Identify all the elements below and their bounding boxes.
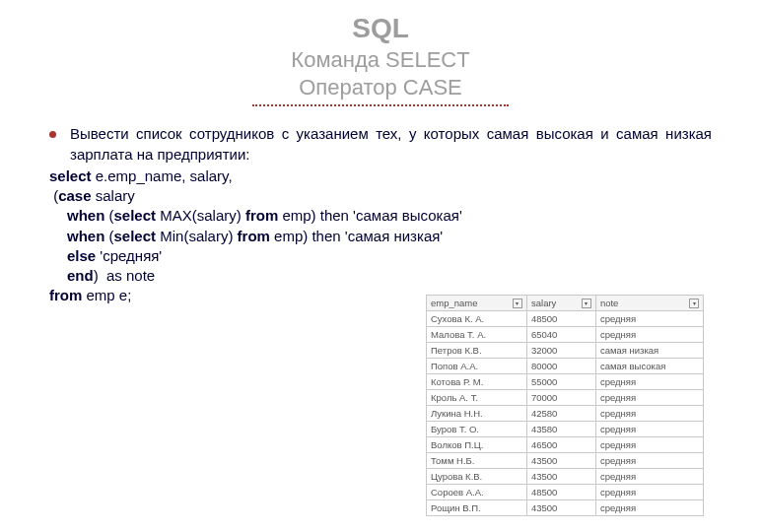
table-row: Лукина Н.Н.42580средняя xyxy=(427,406,704,422)
code-text: ( xyxy=(49,187,58,204)
table-cell: средняя xyxy=(595,374,703,390)
table-cell: 46500 xyxy=(526,437,595,453)
table-cell: Цурова К.В. xyxy=(427,469,527,485)
subtitle-select: Команда SELECT xyxy=(49,47,712,73)
table-cell: средняя xyxy=(595,390,703,406)
col-salary: salary▾ xyxy=(526,296,595,311)
table-cell: 32000 xyxy=(526,343,595,359)
code-text: ( xyxy=(104,228,113,244)
table-cell: средняя xyxy=(595,406,703,422)
table-row: Котова Р. М.55000средняя xyxy=(427,374,704,390)
kw-from: from xyxy=(49,287,82,303)
col-label: note xyxy=(600,298,619,308)
table-cell: 80000 xyxy=(526,359,595,374)
table-row: Рощин В.П.43500средняя xyxy=(427,500,704,516)
kw-select: select xyxy=(49,167,92,184)
table-cell: самая низкая xyxy=(595,343,703,359)
table-row: Сухова К. А.48500средняя xyxy=(427,311,704,327)
table-cell: 48500 xyxy=(526,485,595,500)
table-cell: средняя xyxy=(595,327,703,343)
table-cell: 43580 xyxy=(526,422,595,437)
table-cell: Малова Т. А. xyxy=(427,327,527,343)
code-text: MAX(salary) xyxy=(156,207,245,224)
table-cell: Кроль А. Т. xyxy=(427,390,527,406)
table-cell: Томм Н.Б. xyxy=(427,453,527,469)
table-cell: Петров К.В. xyxy=(427,343,527,359)
table-cell: 48500 xyxy=(526,311,595,327)
kw-end: end xyxy=(67,267,94,284)
table-cell: средняя xyxy=(595,500,703,516)
table-cell: 65040 xyxy=(526,327,595,343)
code-text: ( xyxy=(104,207,113,224)
table-row: Буров Т. О.43580средняя xyxy=(427,422,704,437)
table-cell: 42580 xyxy=(526,406,595,422)
table-cell: Сороев А.А. xyxy=(427,485,527,500)
table-cell: Сухова К. А. xyxy=(427,311,527,327)
table-cell: самая высокая xyxy=(595,359,703,374)
col-label: emp_name xyxy=(431,298,478,308)
table-header-row: emp_name▾ salary▾ note▾ xyxy=(427,296,704,311)
code-text: ) as note xyxy=(94,267,156,284)
table-row: Попов А.А.80000самая высокая xyxy=(427,359,704,374)
kw-when: when xyxy=(67,228,104,244)
kw-case: case xyxy=(58,187,91,204)
code-text: Min(salary) xyxy=(156,228,238,244)
table-cell: Лукина Н.Н. xyxy=(427,406,527,422)
subtitle-case: Оператор CASE xyxy=(49,75,712,100)
table-cell: 70000 xyxy=(526,390,595,406)
table-row: Кроль А. Т.70000средняя xyxy=(427,390,704,406)
bullet-icon xyxy=(49,131,56,138)
kw-when: when xyxy=(67,207,104,224)
table-row: Цурова К.В.43500средняя xyxy=(427,469,704,485)
table-row: Томм Н.Б.43500средняя xyxy=(427,453,704,469)
dropdown-icon: ▾ xyxy=(513,299,522,308)
table-cell: Попов А.А. xyxy=(427,359,527,374)
table-cell: 43500 xyxy=(526,500,595,516)
code-text: emp) then 'самая низкая' xyxy=(270,228,443,244)
kw-from: from xyxy=(245,207,278,224)
table-cell: средняя xyxy=(595,437,703,453)
col-label: salary xyxy=(531,298,556,308)
table-cell: 55000 xyxy=(526,374,595,390)
table-cell: Рощин В.П. xyxy=(427,500,527,516)
code-text: emp) then 'самая высокая' xyxy=(278,207,462,224)
code-text: 'средняя' xyxy=(96,247,162,264)
table-cell: средняя xyxy=(595,469,703,485)
table-cell: средняя xyxy=(595,453,703,469)
col-emp-name: emp_name▾ xyxy=(427,296,527,311)
kw-from: from xyxy=(238,228,270,244)
dropdown-icon: ▾ xyxy=(582,299,591,308)
code-text: emp e; xyxy=(82,287,131,303)
result-table: emp_name▾ salary▾ note▾ Сухова К. А.4850… xyxy=(426,295,704,516)
table-cell: Буров Т. О. xyxy=(427,422,527,437)
table-cell: 43500 xyxy=(526,453,595,469)
kw-select: select xyxy=(114,207,157,224)
table-row: Петров К.В.32000самая низкая xyxy=(427,343,704,359)
code-text: e.emp_name, salary, xyxy=(92,167,233,184)
page-title: SQL xyxy=(49,12,712,45)
code-block: select e.emp_name, salary, (case salary … xyxy=(49,166,712,306)
table-row: Сороев А.А.48500средняя xyxy=(427,485,704,500)
table-cell: средняя xyxy=(595,485,703,500)
table-cell: 43500 xyxy=(526,469,595,485)
table-cell: средняя xyxy=(595,422,703,437)
table-cell: Котова Р. М. xyxy=(427,374,527,390)
kw-else: else xyxy=(67,247,96,264)
code-text: salary xyxy=(92,187,135,204)
table-cell: средняя xyxy=(595,311,703,327)
kw-select: select xyxy=(114,228,157,244)
table-cell: Волков П.Ц. xyxy=(427,437,527,453)
table-row: Малова Т. А.65040средняя xyxy=(427,327,704,343)
col-note: note▾ xyxy=(595,296,703,311)
bullet-text: Вывести список сотрудников с указанием т… xyxy=(70,124,712,165)
title-underline xyxy=(252,104,509,106)
dropdown-icon: ▾ xyxy=(689,299,699,308)
table-row: Волков П.Ц.46500средняя xyxy=(427,437,704,453)
